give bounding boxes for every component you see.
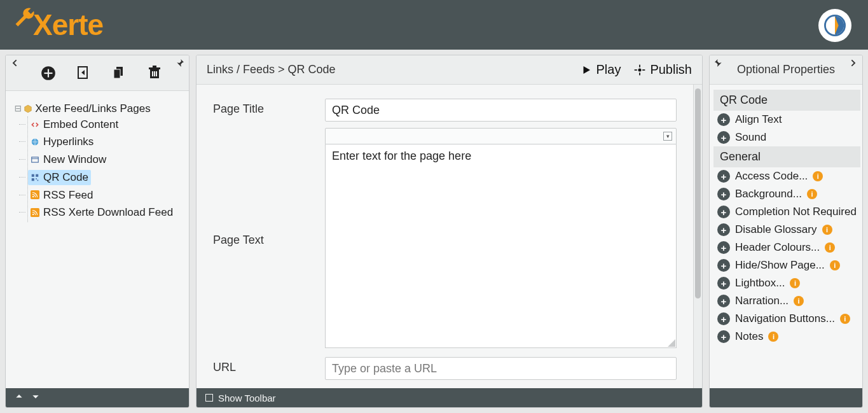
tree-item[interactable]: RSS Feed <box>28 187 183 205</box>
add-property-icon[interactable]: + <box>717 312 730 325</box>
publish-button[interactable]: Publish <box>633 62 692 77</box>
svg-rect-20 <box>38 179 39 181</box>
property-label: Access Code... <box>735 170 808 183</box>
embed-icon <box>31 120 39 129</box>
svg-rect-21 <box>31 190 39 199</box>
add-property-icon[interactable]: + <box>717 277 730 290</box>
add-property-icon[interactable]: + <box>717 223 730 236</box>
tree-root[interactable]: ⊟ Xerte Feed/Links Pages <box>15 101 183 116</box>
info-icon[interactable]: i <box>840 314 850 324</box>
add-property-icon[interactable]: + <box>717 131 730 144</box>
tree-item-label: RSS Feed <box>43 188 93 203</box>
form-area: Page Title Page Text ▾ Enter text for th… <box>196 85 702 388</box>
property-row[interactable]: +Notesi <box>713 328 860 346</box>
editor-scrollbar[interactable] <box>693 85 702 388</box>
property-row[interactable]: +Disable Glossaryi <box>713 221 860 239</box>
publish-label: Publish <box>650 62 692 77</box>
add-property-icon[interactable]: + <box>717 241 730 254</box>
user-avatar[interactable] <box>818 9 851 42</box>
info-icon[interactable]: i <box>790 278 800 288</box>
package-icon <box>24 104 32 113</box>
editor-actions: Play Publish <box>581 62 692 77</box>
properties-list: QR Code+Align Text+SoundGeneral+Access C… <box>710 85 862 388</box>
add-property-icon[interactable]: + <box>717 206 730 218</box>
move-down-button[interactable] <box>31 392 40 403</box>
svg-rect-10 <box>152 71 153 76</box>
info-icon[interactable]: i <box>830 260 840 270</box>
property-label: Background... <box>735 188 802 200</box>
info-icon[interactable]: i <box>813 171 823 181</box>
add-property-icon[interactable]: + <box>717 188 730 200</box>
pin-left-icon[interactable] <box>175 58 185 71</box>
add-page-button[interactable] <box>40 65 57 81</box>
brand-text: Xerte <box>33 8 103 42</box>
add-property-icon[interactable]: + <box>717 259 730 272</box>
url-input[interactable] <box>325 357 677 380</box>
property-label: Lightbox... <box>735 277 785 290</box>
page-title-input[interactable] <box>325 99 677 122</box>
property-row[interactable]: +Background...i <box>713 185 860 203</box>
editor-footer: Show Toolbar <box>196 388 702 407</box>
move-up-button[interactable] <box>15 392 24 403</box>
delete-button[interactable] <box>147 65 163 81</box>
property-label: Align Text <box>735 113 782 126</box>
tree-toggle-icon[interactable]: ⊟ <box>15 101 21 116</box>
collapse-right-icon[interactable] <box>848 58 858 71</box>
svg-point-25 <box>638 68 642 71</box>
show-toolbar-checkbox[interactable] <box>205 394 213 402</box>
richtext-expand-icon[interactable]: ▾ <box>663 132 672 141</box>
property-row[interactable]: +Navigation Buttons...i <box>713 310 860 328</box>
property-row[interactable]: +Narration...i <box>713 292 860 310</box>
collapse-left-icon[interactable] <box>10 58 20 71</box>
property-label: Navigation Buttons... <box>735 312 835 325</box>
property-row[interactable]: +Access Code...i <box>713 167 860 185</box>
tree-item[interactable]: QR Code <box>28 169 183 187</box>
tree-root-label: Xerte Feed/Links Pages <box>35 101 150 116</box>
qr-icon <box>31 173 39 182</box>
property-row[interactable]: +Header Colours...i <box>713 239 860 256</box>
page-text-input[interactable]: Enter text for the page here <box>325 144 677 348</box>
richtext-toolbar[interactable]: ▾ <box>325 128 677 144</box>
page-title-label: Page Title <box>213 99 325 116</box>
property-label: Hide/Show Page... <box>735 259 825 272</box>
add-property-icon[interactable]: + <box>717 295 730 307</box>
tree-item[interactable]: Embed Content <box>28 116 183 134</box>
breadcrumb-bar: Links / Feeds > QR Code Play Publish <box>196 55 702 85</box>
resize-grip-icon[interactable] <box>668 339 675 347</box>
property-row[interactable]: +Hide/Show Page...i <box>713 256 860 274</box>
pin-right-icon[interactable] <box>713 58 724 71</box>
svg-point-24 <box>32 214 34 215</box>
svg-rect-29 <box>643 69 645 71</box>
add-property-icon[interactable]: + <box>717 113 730 126</box>
import-button[interactable] <box>76 65 92 81</box>
property-row[interactable]: +Lightbox...i <box>713 274 860 292</box>
info-icon[interactable]: i <box>825 242 835 253</box>
info-icon[interactable]: i <box>822 225 832 235</box>
svg-rect-14 <box>32 157 39 162</box>
svg-rect-17 <box>36 174 38 177</box>
brand-logo: Xerte <box>13 7 103 43</box>
info-icon[interactable]: i <box>794 296 804 306</box>
play-button[interactable]: Play <box>581 62 621 77</box>
info-icon[interactable]: i <box>807 189 817 199</box>
svg-rect-11 <box>154 71 155 76</box>
svg-rect-18 <box>32 178 34 181</box>
page-text-row: Page Text ▾ Enter text for the page here <box>213 128 677 348</box>
property-group-header: QR Code <box>713 90 860 111</box>
tree-item[interactable]: New Window <box>28 151 183 169</box>
page-text-label: Page Text <box>213 230 325 247</box>
property-row[interactable]: +Sound <box>713 129 860 146</box>
info-icon[interactable]: i <box>768 332 778 342</box>
properties-footer <box>710 388 862 407</box>
svg-rect-19 <box>36 178 37 179</box>
property-row[interactable]: +Completion Not Required <box>713 203 860 221</box>
add-property-icon[interactable]: + <box>717 330 730 343</box>
add-property-icon[interactable]: + <box>717 170 730 183</box>
rss-icon <box>31 190 39 199</box>
property-row[interactable]: +Align Text <box>713 111 860 129</box>
tree-item[interactable]: RSS Xerte Download Feed <box>28 204 183 222</box>
svg-rect-27 <box>640 73 641 75</box>
copy-button[interactable] <box>111 65 128 81</box>
svg-rect-23 <box>31 208 39 217</box>
tree-item[interactable]: Hyperlinks <box>28 134 183 151</box>
